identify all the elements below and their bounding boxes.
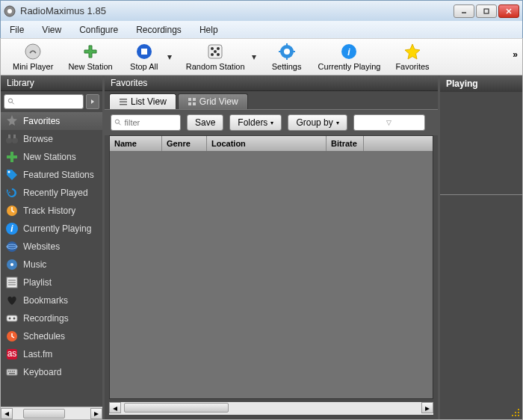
scroll-track[interactable] <box>13 408 90 419</box>
maximize-button[interactable] <box>476 4 497 18</box>
svg-rect-52 <box>14 371 16 372</box>
playing-panel: Playing <box>440 75 522 419</box>
sidebar-item-label: Favorites <box>23 116 60 126</box>
folders-button[interactable]: Folders▾ <box>229 114 282 131</box>
svg-rect-56 <box>120 104 127 105</box>
table-body <box>110 151 433 398</box>
sidebar-item-keyboard[interactable]: Keyboard <box>1 363 102 381</box>
svg-point-25 <box>6 138 12 143</box>
stop-all-dropdown[interactable]: ▾ <box>167 42 173 72</box>
scroll-right-button[interactable]: ▸ <box>90 408 102 419</box>
scroll-thumb[interactable] <box>124 403 229 413</box>
column-genre[interactable]: Genre <box>162 136 207 151</box>
sidebar-item-last-fm[interactable]: asLast.fm <box>1 345 102 363</box>
tab-list-view[interactable]: List View <box>109 93 176 109</box>
menu-help[interactable]: Help <box>196 23 221 37</box>
svg-rect-48 <box>7 369 17 375</box>
column-name[interactable]: Name <box>110 136 162 151</box>
column-bitrate[interactable]: Bitrate <box>327 136 364 151</box>
library-search-wrap[interactable] <box>4 94 84 109</box>
sidebar-item-featured-stations[interactable]: Featured Stations <box>1 166 102 184</box>
save-button[interactable]: Save <box>187 114 223 131</box>
sidebar-item-recordings[interactable]: Recordings <box>1 309 102 327</box>
sidebar-item-label: Recordings <box>23 313 69 324</box>
svg-rect-57 <box>188 98 191 101</box>
stop-all-button[interactable]: Stop All <box>122 41 167 72</box>
sidebar-item-bookmarks[interactable]: Bookmarks <box>1 291 102 309</box>
star-icon <box>5 114 19 128</box>
group-by-button[interactable]: Group by▾ <box>288 114 347 131</box>
svg-rect-67 <box>515 415 516 416</box>
sidebar-item-new-stations[interactable]: New Stations <box>1 148 102 166</box>
menu-view[interactable]: View <box>39 23 64 37</box>
new-station-button[interactable]: New Station <box>62 41 118 72</box>
favorites-header: Favorites <box>105 75 438 91</box>
column-location[interactable]: Location <box>207 136 327 151</box>
stop-icon <box>135 43 153 61</box>
svg-point-26 <box>12 138 18 143</box>
random-station-button[interactable]: Random Station <box>180 41 251 72</box>
caret-down-icon: ▾ <box>270 120 273 126</box>
resize-grip[interactable] <box>510 407 521 418</box>
sidebar-item-label: Music <box>23 259 46 270</box>
sched-icon <box>5 330 19 343</box>
center-hscroll[interactable]: ◂ ▸ <box>109 402 433 415</box>
currently-playing-button[interactable]: i Currently Playing <box>312 41 387 72</box>
settings-button[interactable]: Settings <box>264 41 309 72</box>
app-icon <box>4 5 16 17</box>
random-station-dropdown[interactable]: ▾ <box>251 42 257 72</box>
sidebar-hscroll[interactable]: ◂ ▸ <box>1 407 102 419</box>
filter-input-wrap[interactable] <box>111 114 181 131</box>
filter-input[interactable] <box>122 118 177 127</box>
sidebar-item-currently-playing[interactable]: iCurrently Playing <box>1 220 102 238</box>
svg-rect-68 <box>518 415 519 416</box>
minimize-button[interactable] <box>454 4 474 18</box>
menu-configure[interactable]: Configure <box>76 23 121 37</box>
binoculars-icon <box>5 132 19 146</box>
divider <box>440 194 522 195</box>
keyboard-icon <box>5 365 19 379</box>
scroll-left-button[interactable]: ◂ <box>109 402 121 413</box>
library-sidebar: Library FavoritesBrowseNew StationsFeatu… <box>1 75 102 419</box>
svg-point-29 <box>8 171 10 173</box>
list-icon <box>119 97 128 106</box>
search-icon <box>114 118 122 127</box>
sidebar-item-schedules[interactable]: Schedules <box>1 327 102 345</box>
gear-icon <box>278 43 296 61</box>
sidebar-item-playlist[interactable]: Playlist <box>1 274 102 291</box>
library-search-go[interactable] <box>86 94 99 109</box>
heart-icon <box>5 294 19 307</box>
table-header: NameGenreLocationBitrate <box>110 136 433 151</box>
sidebar-item-track-history[interactable]: Track History <box>1 202 102 220</box>
svg-rect-51 <box>12 371 13 372</box>
sidebar-item-music[interactable]: Music <box>1 256 102 274</box>
sidebar-item-websites[interactable]: Websites <box>1 238 102 256</box>
sidebar-item-recently-played[interactable]: Recently Played <box>1 184 102 202</box>
toolbar-overflow[interactable]: » <box>513 49 518 60</box>
window-title: RadioMaximus 1.85 <box>20 5 454 16</box>
scroll-thumb[interactable] <box>23 409 65 419</box>
tab-grid-view[interactable]: Grid View <box>178 93 248 109</box>
menu-file[interactable]: File <box>7 23 27 37</box>
sidebar-item-favorites[interactable]: Favorites <box>1 112 102 130</box>
svg-rect-28 <box>13 135 16 138</box>
svg-rect-19 <box>279 51 282 52</box>
cassette-icon <box>5 312 19 325</box>
svg-rect-53 <box>9 373 15 374</box>
sidebar-item-browse[interactable]: Browse <box>1 130 102 148</box>
close-button[interactable] <box>498 4 519 18</box>
sort-dropdown[interactable]: ▽ <box>353 114 425 131</box>
plus-icon <box>81 43 99 61</box>
scroll-right-button[interactable]: ▸ <box>421 402 433 413</box>
favorites-button[interactable]: Favorites <box>389 41 435 72</box>
svg-rect-55 <box>120 102 127 103</box>
library-search-input[interactable] <box>16 97 80 106</box>
scroll-left-button[interactable]: ◂ <box>1 408 13 419</box>
svg-rect-59 <box>188 102 191 105</box>
svg-point-1 <box>7 9 12 13</box>
menu-recordings[interactable]: Recordings <box>133 23 185 37</box>
svg-rect-66 <box>512 415 513 416</box>
scroll-track[interactable] <box>121 402 421 413</box>
mini-player-button[interactable]: Mini Player <box>7 41 59 72</box>
svg-rect-3 <box>484 9 489 13</box>
